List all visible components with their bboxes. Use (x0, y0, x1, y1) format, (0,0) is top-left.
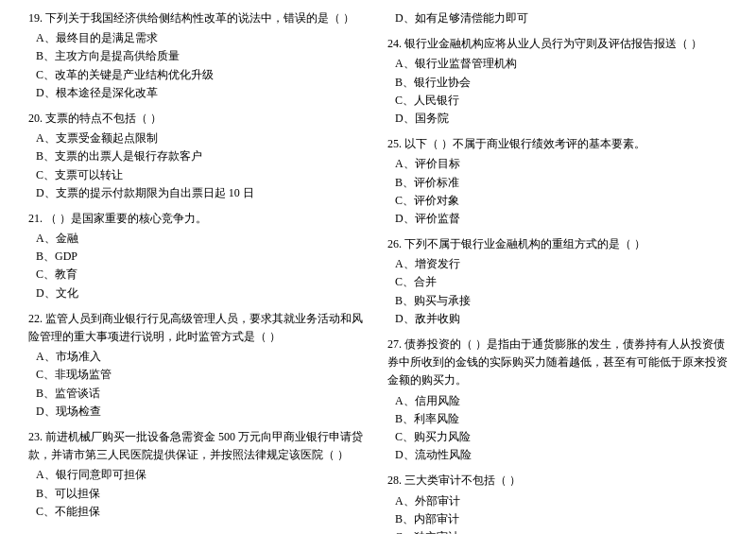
options-q20: A、支票受金额起点限制B、支票的出票人是银行存款客户C、支票可以转让D、支票的提… (28, 129, 369, 202)
option-q23d-0: D、如有足够清偿能力即可 (395, 9, 728, 27)
option-q26-2: B、购买与承接 (395, 292, 728, 310)
question-block-q20: 20. 支票的特点不包括（ ）A、支票受金额起点限制B、支票的出票人是银行存款客… (28, 110, 369, 202)
option-q22-1: C、非现场监管 (36, 366, 369, 384)
question-block-q19: 19. 下列关于我国经济供给侧结构性改革的说法中，错误的是（ ）A、最终目的是满… (28, 9, 369, 102)
option-q22-3: D、现场检查 (36, 403, 369, 421)
question-block-q27: 27. 债券投资的（ ）是指由于通货膨胀的发生，债券持有人从投资债券中所收到的金… (387, 336, 728, 464)
option-q23-2: C、不能担保 (36, 503, 369, 521)
option-q24-2: C、人民银行 (395, 92, 728, 110)
option-q28-1: B、内部审计 (395, 510, 728, 528)
question-title-q21: 21. （ ）是国家重要的核心竞争力。 (28, 210, 369, 228)
options-q19: A、最终目的是满足需求B、主攻方向是提高供给质量C、改革的关键是产业结构优化升级… (28, 29, 369, 102)
option-q28-0: A、外部审计 (395, 492, 728, 510)
question-title-q24: 24. 银行业金融机构应将从业人员行为守则及评估报告报送（ ） (387, 35, 728, 53)
option-q21-3: D、文化 (36, 284, 369, 302)
option-q21-1: B、GDP (36, 248, 369, 266)
option-q20-1: B、支票的出票人是银行存款客户 (36, 147, 369, 165)
option-q23-0: A、银行同意即可担保 (36, 466, 369, 484)
question-block-q23d: D、如有足够清偿能力即可 (387, 9, 728, 27)
option-q19-1: B、主攻方向是提高供给质量 (36, 47, 369, 65)
options-q27: A、信用风险B、利率风险C、购买力风险D、流动性风险 (387, 392, 728, 465)
option-q25-3: D、评价监督 (395, 210, 728, 228)
page-wrapper: 19. 下列关于我国经济供给侧结构性改革的说法中，错误的是（ ）A、最终目的是满… (28, 9, 728, 534)
question-block-q26: 26. 下列不属于银行业金融机构的重组方式的是（ ）A、增资发行C、合并B、购买… (387, 235, 728, 328)
option-q19-0: A、最终目的是满足需求 (36, 29, 369, 47)
option-q19-2: C、改革的关键是产业结构优化升级 (36, 66, 369, 84)
option-q27-1: B、利率风险 (395, 410, 728, 428)
option-q26-3: D、敌并收购 (395, 310, 728, 328)
options-q21: A、金融B、GDPC、教育D、文化 (28, 230, 369, 302)
option-q21-0: A、金融 (36, 230, 369, 248)
options-q24: A、银行业监督管理机构B、银行业协会C、人民银行D、国务院 (387, 55, 728, 128)
option-q24-3: D、国务院 (395, 110, 728, 128)
right-column: D、如有足够清偿能力即可24. 银行业金融机构应将从业人员行为守则及评估报告报送… (378, 9, 728, 534)
option-q23-1: B、可以担保 (36, 485, 369, 503)
option-q26-0: A、增资发行 (395, 255, 728, 273)
left-column: 19. 下列关于我国经济供给侧结构性改革的说法中，错误的是（ ）A、最终目的是满… (28, 9, 378, 534)
options-q23d: D、如有足够清偿能力即可 (387, 9, 728, 27)
question-block-q21: 21. （ ）是国家重要的核心竞争力。A、金融B、GDPC、教育D、文化 (28, 210, 369, 302)
question-block-q24: 24. 银行业金融机构应将从业人员行为守则及评估报告报送（ ）A、银行业监督管理… (387, 35, 728, 128)
options-q25: A、评价目标B、评价标准C、评价对象D、评价监督 (387, 155, 728, 228)
question-title-q28: 28. 三大类审计不包括（ ） (387, 472, 728, 490)
option-q20-3: D、支票的提示付款期限为自出票日起 10 日 (36, 184, 369, 202)
question-title-q26: 26. 下列不属于银行业金融机构的重组方式的是（ ） (387, 235, 728, 253)
options-q26: A、增资发行C、合并B、购买与承接D、敌并收购 (387, 255, 728, 328)
options-q23: A、银行同意即可担保B、可以担保C、不能担保 (28, 466, 369, 521)
question-block-q23: 23. 前进机械厂购买一批设备急需资金 500 万元向甲商业银行申请贷款，并请市… (28, 428, 369, 521)
question-title-q23: 23. 前进机械厂购买一批设备急需资金 500 万元向甲商业银行申请贷款，并请市… (28, 428, 369, 464)
option-q25-0: A、评价目标 (395, 155, 728, 173)
main-content: 19. 下列关于我国经济供给侧结构性改革的说法中，错误的是（ ）A、最终目的是满… (28, 9, 728, 534)
option-q25-2: C、评价对象 (395, 192, 728, 210)
option-q28-2: C、独立审计 (395, 528, 728, 534)
option-q24-1: B、银行业协会 (395, 74, 728, 92)
option-q27-2: C、购买力风险 (395, 428, 728, 446)
question-block-q22: 22. 监管人员到商业银行行见高级管理人员，要求其就业务活动和风险管理的重大事项… (28, 310, 369, 421)
question-title-q22: 22. 监管人员到商业银行行见高级管理人员，要求其就业务活动和风险管理的重大事项… (28, 310, 369, 346)
question-block-q28: 28. 三大类审计不包括（ ）A、外部审计B、内部审计C、独立审计 (387, 472, 728, 534)
option-q27-0: A、信用风险 (395, 392, 728, 410)
option-q22-2: B、监管谈话 (36, 385, 369, 403)
option-q24-0: A、银行业监督管理机构 (395, 55, 728, 73)
option-q22-0: A、市场准入 (36, 348, 369, 366)
option-q19-3: D、根本途径是深化改革 (36, 84, 369, 102)
question-title-q27: 27. 债券投资的（ ）是指由于通货膨胀的发生，债券持有人从投资债券中所收到的金… (387, 336, 728, 390)
option-q26-1: C、合并 (395, 273, 728, 291)
question-title-q19: 19. 下列关于我国经济供给侧结构性改革的说法中，错误的是（ ） (28, 9, 369, 27)
question-title-q20: 20. 支票的特点不包括（ ） (28, 110, 369, 128)
option-q20-0: A、支票受金额起点限制 (36, 129, 369, 147)
options-q28: A、外部审计B、内部审计C、独立审计 (387, 492, 728, 535)
options-q22: A、市场准入C、非现场监管B、监管谈话D、现场检查 (28, 348, 369, 421)
option-q27-3: D、流动性风险 (395, 446, 728, 464)
question-block-q25: 25. 以下（ ）不属于商业银行绩效考评的基本要素。A、评价目标B、评价标准C、… (387, 135, 728, 228)
option-q25-1: B、评价标准 (395, 174, 728, 192)
option-q20-2: C、支票可以转让 (36, 166, 369, 184)
option-q21-2: C、教育 (36, 266, 369, 284)
question-title-q25: 25. 以下（ ）不属于商业银行绩效考评的基本要素。 (387, 135, 728, 153)
